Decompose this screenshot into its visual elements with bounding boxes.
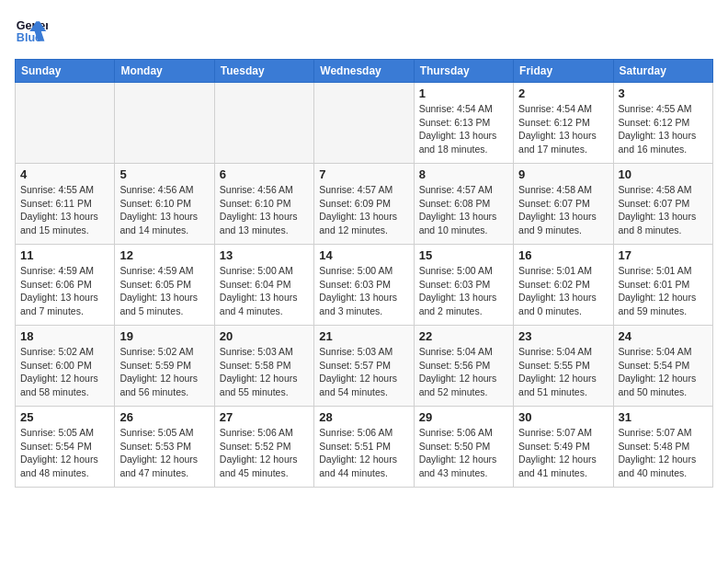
day-info: Sunrise: 4:57 AMSunset: 6:08 PMDaylight:… (419, 183, 508, 237)
logo: General Blue (15, 15, 53, 48)
day-number: 22 (419, 329, 508, 343)
calendar-week-4: 18Sunrise: 5:02 AMSunset: 6:00 PMDayligh… (16, 326, 713, 407)
day-info: Sunrise: 5:00 AMSunset: 6:03 PMDaylight:… (419, 264, 508, 318)
day-number: 24 (619, 329, 708, 343)
day-number: 5 (119, 167, 209, 181)
day-number: 18 (20, 329, 109, 343)
calendar-cell: 19Sunrise: 5:02 AMSunset: 5:59 PMDayligh… (115, 326, 214, 407)
calendar-cell: 20Sunrise: 5:03 AMSunset: 5:58 PMDayligh… (214, 326, 313, 407)
calendar-cell: 23Sunrise: 5:04 AMSunset: 5:55 PMDayligh… (514, 326, 613, 407)
day-number: 28 (319, 410, 408, 424)
day-number: 7 (319, 167, 408, 181)
day-info: Sunrise: 5:05 AMSunset: 5:54 PMDaylight:… (20, 426, 109, 480)
day-number: 9 (518, 167, 608, 181)
calendar-cell (115, 83, 214, 164)
day-info: Sunrise: 5:02 AMSunset: 5:59 PMDaylight:… (119, 345, 209, 399)
day-number: 26 (119, 410, 209, 424)
calendar-cell: 14Sunrise: 5:00 AMSunset: 6:03 PMDayligh… (314, 245, 414, 326)
calendar-week-2: 4Sunrise: 4:55 AMSunset: 6:11 PMDaylight… (16, 164, 713, 245)
day-number: 2 (518, 86, 608, 100)
day-info: Sunrise: 5:06 AMSunset: 5:52 PMDaylight:… (220, 426, 309, 480)
day-info: Sunrise: 5:00 AMSunset: 6:03 PMDaylight:… (319, 264, 408, 318)
calendar-cell: 22Sunrise: 5:04 AMSunset: 5:56 PMDayligh… (414, 326, 513, 407)
calendar-cell: 30Sunrise: 5:07 AMSunset: 5:49 PMDayligh… (514, 407, 613, 488)
day-info: Sunrise: 4:55 AMSunset: 6:12 PMDaylight:… (619, 102, 708, 156)
calendar-cell: 15Sunrise: 5:00 AMSunset: 6:03 PMDayligh… (414, 245, 513, 326)
calendar-cell: 9Sunrise: 4:58 AMSunset: 6:07 PMDaylight… (514, 164, 613, 245)
calendar-cell: 26Sunrise: 5:05 AMSunset: 5:53 PMDayligh… (115, 407, 214, 488)
calendar-cell: 1Sunrise: 4:54 AMSunset: 6:13 PMDaylight… (414, 83, 513, 164)
header-friday: Friday (514, 60, 613, 83)
calendar-cell: 3Sunrise: 4:55 AMSunset: 6:12 PMDaylight… (613, 83, 712, 164)
calendar-cell: 27Sunrise: 5:06 AMSunset: 5:52 PMDayligh… (214, 407, 313, 488)
day-info: Sunrise: 5:05 AMSunset: 5:53 PMDaylight:… (119, 426, 209, 480)
day-info: Sunrise: 5:03 AMSunset: 5:57 PMDaylight:… (319, 345, 408, 399)
day-number: 10 (619, 167, 708, 181)
day-number: 3 (619, 86, 708, 100)
calendar-cell (314, 83, 414, 164)
calendar-cell (16, 83, 115, 164)
calendar-cell: 17Sunrise: 5:01 AMSunset: 6:01 PMDayligh… (613, 245, 712, 326)
calendar-header-row: SundayMondayTuesdayWednesdayThursdayFrid… (16, 60, 713, 83)
calendar-cell: 24Sunrise: 5:04 AMSunset: 5:54 PMDayligh… (613, 326, 712, 407)
calendar-cell: 5Sunrise: 4:56 AMSunset: 6:10 PMDaylight… (115, 164, 214, 245)
day-number: 8 (419, 167, 508, 181)
day-info: Sunrise: 4:58 AMSunset: 6:07 PMDaylight:… (619, 183, 708, 237)
day-info: Sunrise: 4:54 AMSunset: 6:13 PMDaylight:… (419, 102, 508, 156)
calendar-cell: 13Sunrise: 5:00 AMSunset: 6:04 PMDayligh… (214, 245, 313, 326)
calendar-table: SundayMondayTuesdayWednesdayThursdayFrid… (15, 59, 713, 488)
day-number: 17 (619, 248, 708, 262)
calendar-cell: 12Sunrise: 4:59 AMSunset: 6:05 PMDayligh… (115, 245, 214, 326)
day-number: 11 (20, 248, 109, 262)
day-number: 27 (220, 410, 309, 424)
day-number: 4 (20, 167, 109, 181)
calendar-cell: 21Sunrise: 5:03 AMSunset: 5:57 PMDayligh… (314, 326, 414, 407)
logo-icon: General Blue (15, 15, 48, 48)
calendar-cell: 7Sunrise: 4:57 AMSunset: 6:09 PMDaylight… (314, 164, 414, 245)
day-info: Sunrise: 5:03 AMSunset: 5:58 PMDaylight:… (220, 345, 309, 399)
calendar-cell: 28Sunrise: 5:06 AMSunset: 5:51 PMDayligh… (314, 407, 414, 488)
calendar-week-1: 1Sunrise: 4:54 AMSunset: 6:13 PMDaylight… (16, 83, 713, 164)
day-number: 6 (220, 167, 309, 181)
calendar-cell: 16Sunrise: 5:01 AMSunset: 6:02 PMDayligh… (514, 245, 613, 326)
day-info: Sunrise: 5:01 AMSunset: 6:01 PMDaylight:… (619, 264, 708, 318)
header-saturday: Saturday (613, 60, 712, 83)
day-info: Sunrise: 5:02 AMSunset: 6:00 PMDaylight:… (20, 345, 109, 399)
day-number: 23 (518, 329, 608, 343)
day-number: 20 (220, 329, 309, 343)
day-number: 25 (20, 410, 109, 424)
calendar-cell: 8Sunrise: 4:57 AMSunset: 6:08 PMDaylight… (414, 164, 513, 245)
day-info: Sunrise: 4:56 AMSunset: 6:10 PMDaylight:… (220, 183, 309, 237)
header-sunday: Sunday (16, 60, 115, 83)
day-number: 31 (619, 410, 708, 424)
calendar-cell: 29Sunrise: 5:06 AMSunset: 5:50 PMDayligh… (414, 407, 513, 488)
day-number: 14 (319, 248, 408, 262)
day-number: 13 (220, 248, 309, 262)
day-info: Sunrise: 5:04 AMSunset: 5:54 PMDaylight:… (619, 345, 708, 399)
day-info: Sunrise: 5:06 AMSunset: 5:50 PMDaylight:… (419, 426, 508, 480)
day-info: Sunrise: 5:06 AMSunset: 5:51 PMDaylight:… (319, 426, 408, 480)
day-info: Sunrise: 4:56 AMSunset: 6:10 PMDaylight:… (119, 183, 209, 237)
calendar-cell: 31Sunrise: 5:07 AMSunset: 5:48 PMDayligh… (613, 407, 712, 488)
day-number: 16 (518, 248, 608, 262)
calendar-cell: 2Sunrise: 4:54 AMSunset: 6:12 PMDaylight… (514, 83, 613, 164)
day-number: 1 (419, 86, 508, 100)
day-info: Sunrise: 5:07 AMSunset: 5:49 PMDaylight:… (518, 426, 608, 480)
page-header: General Blue (15, 15, 713, 48)
day-number: 19 (119, 329, 209, 343)
header-monday: Monday (115, 60, 214, 83)
calendar-cell: 6Sunrise: 4:56 AMSunset: 6:10 PMDaylight… (214, 164, 313, 245)
day-info: Sunrise: 4:55 AMSunset: 6:11 PMDaylight:… (20, 183, 109, 237)
day-info: Sunrise: 4:57 AMSunset: 6:09 PMDaylight:… (319, 183, 408, 237)
day-info: Sunrise: 5:04 AMSunset: 5:56 PMDaylight:… (419, 345, 508, 399)
day-info: Sunrise: 5:04 AMSunset: 5:55 PMDaylight:… (518, 345, 608, 399)
calendar-cell: 10Sunrise: 4:58 AMSunset: 6:07 PMDayligh… (613, 164, 712, 245)
day-info: Sunrise: 4:58 AMSunset: 6:07 PMDaylight:… (518, 183, 608, 237)
day-number: 21 (319, 329, 408, 343)
day-info: Sunrise: 5:07 AMSunset: 5:48 PMDaylight:… (619, 426, 708, 480)
calendar-week-5: 25Sunrise: 5:05 AMSunset: 5:54 PMDayligh… (16, 407, 713, 488)
calendar-cell: 11Sunrise: 4:59 AMSunset: 6:06 PMDayligh… (16, 245, 115, 326)
calendar-cell: 25Sunrise: 5:05 AMSunset: 5:54 PMDayligh… (16, 407, 115, 488)
calendar-cell (214, 83, 313, 164)
header-tuesday: Tuesday (214, 60, 313, 83)
